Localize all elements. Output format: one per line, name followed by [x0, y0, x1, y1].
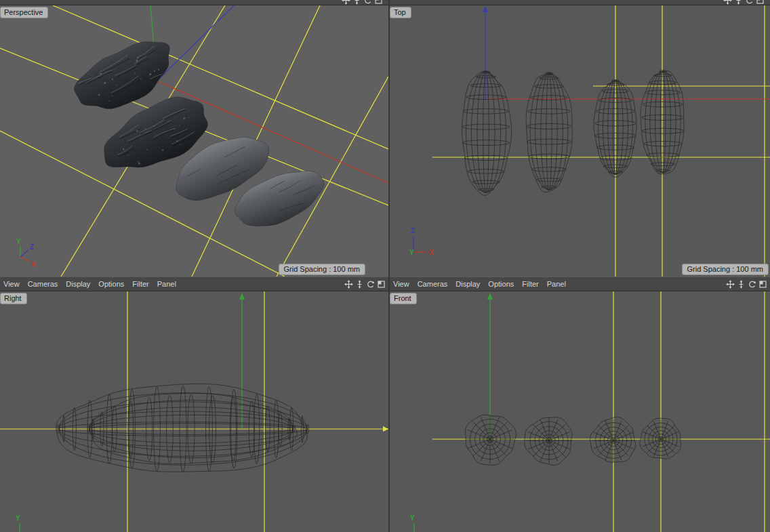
axis-label-z: Z — [30, 243, 34, 251]
menu-item-panel[interactable]: Panel — [153, 280, 180, 288]
menu-item-view[interactable]: View — [390, 280, 413, 288]
menu-item-filter[interactable]: Filter — [518, 280, 542, 288]
menu-item-display[interactable]: Display — [451, 280, 484, 288]
viewport-front[interactable]: Y Front — [390, 291, 770, 532]
right-canvas[interactable]: Y — [0, 291, 388, 532]
wireframe-object[interactable] — [462, 71, 512, 195]
top-canvas[interactable]: ZYX — [390, 5, 770, 277]
menubar-front-view: View Cameras Display Options Filter Pane… — [390, 277, 770, 291]
wireframe-object[interactable] — [87, 393, 297, 464]
menu-item-options[interactable]: Options — [484, 280, 518, 288]
maximize-icon[interactable] — [758, 280, 767, 289]
viewport-toolbar — [726, 280, 770, 289]
rotate-icon[interactable] — [748, 280, 756, 289]
pan-icon[interactable] — [726, 280, 735, 289]
menu-item-display[interactable]: Display — [62, 280, 94, 288]
wireframe-object[interactable] — [590, 417, 636, 462]
menu-item-view[interactable]: View — [0, 280, 24, 288]
rotate-icon[interactable] — [363, 0, 372, 5]
zoom-icon[interactable] — [734, 0, 743, 5]
viewport-title-badge: Top — [390, 7, 411, 18]
rotate-icon[interactable] — [366, 280, 375, 289]
menu-item-cameras[interactable]: Cameras — [413, 280, 452, 288]
axis-label-y: Y — [16, 238, 21, 245]
viewport-toolbar — [344, 280, 388, 289]
viewport-toolbar — [723, 0, 767, 5]
c4d-quad-viewport-window: YZX Perspective Grid Spacing : 100 mm ZY… — [0, 0, 770, 532]
viewport-top[interactable]: ZYX Top Grid Spacing : 100 mm — [390, 5, 770, 277]
rotate-icon[interactable] — [745, 0, 754, 5]
perspective-canvas[interactable]: YZX — [0, 5, 388, 277]
wireframe-object[interactable] — [466, 415, 516, 465]
menu-item-cameras[interactable]: Cameras — [24, 280, 62, 288]
viewport-toolbar — [342, 0, 386, 5]
grid-spacing-badge: Grid Spacing : 100 mm — [682, 264, 769, 275]
pan-icon[interactable] — [344, 280, 353, 289]
wireframe-object[interactable] — [640, 418, 681, 459]
pan-icon[interactable] — [723, 0, 732, 5]
viewport-title-badge: Perspective — [0, 7, 48, 18]
wireframe-object[interactable] — [526, 73, 572, 192]
zoom-icon[interactable] — [352, 0, 361, 5]
menu-item-options[interactable]: Options — [94, 280, 128, 288]
axis-label-y: Y — [409, 249, 414, 256]
menu-item-panel[interactable]: Panel — [543, 280, 570, 288]
menubar-right-view: View Cameras Display Options Filter Pane… — [0, 277, 388, 291]
maximize-icon[interactable] — [756, 0, 765, 5]
zoom-icon[interactable] — [737, 280, 746, 289]
viewport-title-badge: Right — [0, 293, 27, 304]
vertical-splitter[interactable] — [388, 0, 390, 532]
pan-icon[interactable] — [342, 0, 350, 5]
maximize-icon[interactable] — [377, 280, 386, 289]
wireframe-object[interactable] — [525, 417, 572, 466]
grid-spacing-badge: Grid Spacing : 100 mm — [279, 264, 366, 275]
date-object[interactable] — [74, 42, 169, 109]
viewport-right[interactable]: Y Right — [0, 291, 388, 532]
maximize-icon[interactable] — [374, 0, 383, 5]
viewport-title-badge: Front — [390, 293, 417, 304]
axis-label-z: Z — [411, 227, 415, 234]
axis-label-x: X — [31, 261, 36, 268]
menubar-perspective-clipped — [0, 0, 388, 5]
viewport-perspective[interactable]: YZX Perspective Grid Spacing : 100 mm — [0, 5, 388, 277]
zoom-icon[interactable] — [355, 280, 364, 289]
axis-label-y: Y — [16, 514, 20, 522]
menu-item-filter[interactable]: Filter — [128, 280, 153, 288]
axis-label-y: Y — [410, 514, 415, 522]
date-object[interactable] — [104, 97, 208, 167]
menubar-top-clipped — [390, 0, 770, 5]
axis-label-x: X — [429, 249, 434, 256]
front-canvas[interactable]: Y — [390, 291, 770, 532]
